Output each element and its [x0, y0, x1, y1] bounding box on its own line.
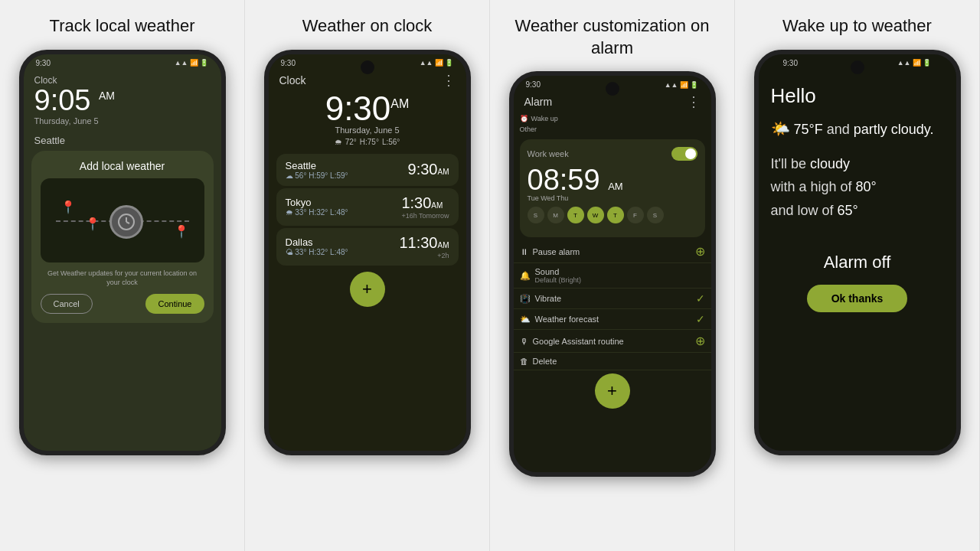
p1-modal-title: Add local weather	[41, 160, 204, 172]
sound-icon: 🔔	[520, 271, 531, 281]
p3-wakeup-label: ⏰Wake up	[514, 113, 711, 124]
day-W[interactable]: W	[587, 207, 604, 223]
day-M: M	[547, 207, 564, 223]
forecast-low: 65°	[838, 203, 858, 218]
city-name-dallas: Dallas	[286, 236, 348, 248]
p3-days-text: Tue Wed Thu	[528, 194, 697, 202]
status-time-3: 9:30	[526, 80, 541, 89]
phone2: 9:30 ▲▲ 📶 🔋 Clock ⋮ 9:30AM Thursday, Jun…	[264, 50, 471, 455]
day-T1[interactable]: T	[567, 207, 584, 223]
setting-weather-label: ⛅ Weather forecast	[520, 315, 599, 324]
add-city-fab[interactable]: +	[350, 272, 385, 307]
add-alarm-fab[interactable]: +	[595, 373, 630, 409]
city-name-tokyo: Tokyo	[286, 197, 348, 208]
status-time-1: 9:30	[36, 59, 51, 67]
p2-main-date: Thursday, June 5	[269, 126, 466, 135]
setting-delete[interactable]: 🗑 Delete	[514, 353, 711, 370]
forecast-line1: It'll be	[771, 156, 806, 171]
p3-app-title: Alarm	[524, 96, 553, 108]
add-pause-icon[interactable]: ⊕	[695, 244, 705, 259]
setting-delete-label: 🗑 Delete	[520, 357, 557, 366]
camera-notch-2	[361, 60, 374, 74]
phone2-screen: 9:30 ▲▲ 📶 🔋 Clock ⋮ 9:30AM Thursday, Jun…	[269, 54, 466, 451]
current-temp: 75°F	[794, 122, 823, 137]
p4-forecast: It'll be cloudy with a high of 80° and l…	[771, 152, 944, 223]
p4-alarm-off: Alarm off	[771, 253, 944, 272]
city-info-tokyo: Tokyo 🌧 33° H:32° L:48°	[286, 197, 348, 217]
tokyo-time-val: 1:30AM	[401, 194, 449, 212]
city-weather-dallas: 🌤 33° H:32° L:48°	[286, 248, 348, 256]
p3-group-label: Work week	[528, 149, 569, 158]
phone1: 9:30 ▲▲ 📶 🔋 Clock 9:05 AM Thursday, June…	[19, 50, 226, 455]
p1-city: Seattle	[24, 135, 221, 146]
day-F: F	[627, 207, 644, 223]
status-time-2: 9:30	[281, 59, 296, 67]
city-info-seattle: Seattle ☁ 56° H:59° L:59°	[286, 160, 348, 180]
setting-weather[interactable]: ⛅ Weather forecast ✓	[514, 309, 711, 330]
city-info-dallas: Dallas 🌤 33° H:32° L:48°	[286, 236, 348, 256]
city-row-tokyo[interactable]: Tokyo 🌧 33° H:32° L:48° 1:30AM +16h Tomo…	[276, 188, 459, 226]
panel-track-weather: Track local weather 9:30 ▲▲ 📶 🔋 Clock 9:…	[0, 0, 245, 551]
setting-sound[interactable]: 🔔 Sound Default (Bright)	[514, 263, 711, 289]
p1-date: Thursday, June 5	[34, 116, 211, 126]
city-weather-tokyo: 🌧 33° H:32° L:48°	[286, 208, 348, 217]
p1-clock-illustration	[109, 205, 143, 239]
city-time-tokyo: 1:30AM +16h Tomorrow	[401, 194, 449, 220]
p3-alarm-group: Work week 08:59 AM Tue Wed Thu S M T W T…	[520, 139, 705, 237]
continue-button[interactable]: Continue	[145, 294, 204, 314]
cancel-button[interactable]: Cancel	[41, 294, 93, 314]
setting-sound-label: 🔔 Sound Default (Bright)	[520, 267, 582, 284]
setting-vibrate[interactable]: 📳 Vibrate ✓	[514, 289, 711, 309]
ok-thanks-button[interactable]: Ok thanks	[807, 285, 908, 312]
city-row-dallas[interactable]: Dallas 🌤 33° H:32° L:48° 11:30AM +2h	[276, 228, 459, 266]
status-icons-3: ▲▲ 📶 🔋	[665, 81, 699, 89]
forecast-low-label: and low of	[771, 203, 838, 218]
alarm-toggle[interactable]	[671, 147, 697, 161]
phone3: 9:30 ▲▲ 📶 🔋 Alarm ⋮ ⏰Wake up Other Work …	[509, 71, 716, 477]
p3-day-bubbles: S M T W T F S	[528, 207, 697, 223]
day-T2[interactable]: T	[607, 207, 624, 223]
p1-ampm: AM	[99, 90, 115, 102]
p2-menu-icon[interactable]: ⋮	[442, 72, 456, 89]
p3-group-header: Work week	[528, 147, 697, 161]
panel-wake-up-weather: Wake up to weather 9:30 ▲▲ 📶 🔋 Hello 🌤️ …	[735, 0, 980, 551]
panel-weather-clock: Weather on clock 9:30 ▲▲ 📶 🔋 Clock ⋮ 9:3…	[245, 0, 490, 551]
panel-weather-alarm: Weather customization on alarm 9:30 ▲▲ 📶…	[490, 0, 735, 551]
p4-hello: Hello	[771, 84, 944, 108]
dallas-time-val: 11:30AM	[399, 234, 449, 252]
p1-modal: Add local weather 📍 📍 📍 Get Weather u	[31, 151, 214, 323]
setting-vibrate-label: 📳 Vibrate	[520, 294, 562, 304]
delete-icon: 🗑	[520, 357, 528, 366]
p2-weather-low: L:56°	[382, 138, 400, 146]
pause-icon: ⏸	[520, 247, 528, 256]
status-icons-2: ▲▲ 📶 🔋	[420, 59, 454, 67]
panel4-title: Wake up to weather	[775, 15, 939, 37]
p3-other-label: Other	[514, 124, 711, 136]
setting-assistant[interactable]: 🎙 Google Assistant routine ⊕	[514, 330, 711, 353]
weather-check-icon: ✓	[696, 313, 705, 325]
city-row-seattle[interactable]: Seattle ☁ 56° H:59° L:59° 9:30AM	[276, 154, 459, 186]
phone4-screen: 9:30 ▲▲ 📶 🔋 Hello 🌤️ 75°F and partly clo…	[759, 54, 956, 451]
forecast-high-label: with a high of	[771, 179, 856, 194]
status-icons-4: ▲▲ 📶 🔋	[897, 59, 932, 67]
status-bar-1: 9:30 ▲▲ 📶 🔋	[24, 54, 221, 69]
weather-forecast-icon: ⛅	[520, 315, 531, 324]
setting-pause-alarm[interactable]: ⏸ Pause alarm ⊕	[514, 240, 711, 263]
camera-notch-3	[606, 82, 619, 96]
add-assistant-icon[interactable]: ⊕	[695, 334, 705, 348]
p1-buttons: Cancel Continue	[41, 294, 204, 314]
p1-pin-3: 📍	[174, 224, 189, 239]
p3-menu-icon[interactable]: ⋮	[687, 93, 701, 110]
current-condition: partly cloudy.	[854, 122, 934, 137]
p1-time: 9:05 AM	[34, 86, 211, 115]
p2-ampm: AM	[390, 97, 409, 110]
forecast-condition: cloudy	[810, 156, 850, 171]
tokyo-offset: +16h Tomorrow	[401, 212, 449, 220]
status-time-4: 9:30	[783, 59, 798, 67]
p1-pin-2: 📍	[85, 217, 100, 231]
p1-time-value: 9:05	[34, 84, 91, 116]
vibrate-check-icon: ✓	[696, 292, 705, 305]
phone4: 9:30 ▲▲ 📶 🔋 Hello 🌤️ 75°F and partly clo…	[754, 50, 961, 455]
panel2-title: Weather on clock	[295, 15, 440, 37]
status-icons-1: ▲▲ 📶 🔋	[175, 59, 209, 67]
